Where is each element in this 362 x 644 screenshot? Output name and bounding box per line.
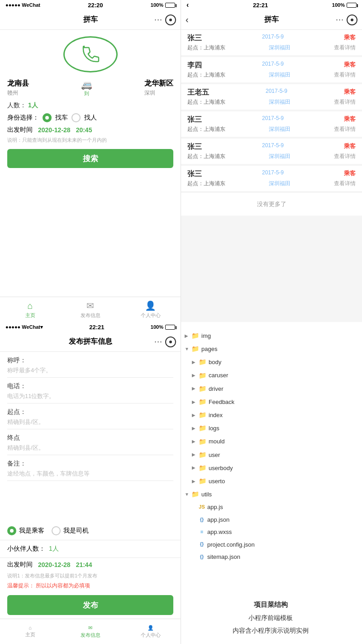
- publish-button[interactable]: 发布: [7, 595, 173, 615]
- folder-item[interactable]: ▶📁mould: [185, 435, 357, 448]
- ride-card[interactable]: 张三 2017-5-9 乘客 起点：上海浦东 深圳福田 查看详情: [181, 166, 362, 191]
- ride-list: 张三 2017-5-9 乘客 起点：上海浦东 深圳福田 查看详情 李四 2017…: [181, 30, 362, 322]
- back-button[interactable]: ‹: [186, 14, 189, 25]
- signal-label-bl: ●●●●● WeChat▾: [5, 324, 43, 330]
- folder-arrow-icon: ▶: [192, 384, 196, 393]
- file-item: {}project.config.json: [185, 538, 357, 551]
- ride-role: 乘客: [344, 115, 356, 123]
- companions-row: 小伙伴人数： 1人: [0, 540, 181, 558]
- back-arrow-status: ‹: [186, 1, 189, 9]
- nav-bar-bottom-left: 发布拼车信息 ···: [0, 332, 181, 352]
- ride-card[interactable]: 张三 2017-5-9 乘客 起点：上海浦东 深圳福田 查看详情: [181, 30, 362, 55]
- folder-label: caruser: [209, 370, 228, 380]
- folder-label: userbody: [209, 463, 233, 473]
- folder-item[interactable]: ▼📁pages: [185, 342, 357, 356]
- folder-item[interactable]: ▶📁caruser: [185, 369, 357, 382]
- ride-card[interactable]: 李四 2017-5-9 乘客 起点：上海浦东 深圳福田 查看详情: [181, 57, 362, 82]
- ride-dest: 深圳福田: [269, 180, 291, 187]
- more-icon-bl[interactable]: ···: [154, 337, 162, 346]
- folder-item[interactable]: ▶📁driver: [185, 382, 357, 395]
- ride-origin: 起点：上海浦东: [187, 180, 225, 187]
- folder-item[interactable]: ▶📁userto: [185, 475, 357, 488]
- ride-date: 2017-5-9: [266, 88, 287, 94]
- status-bar-right: ‹ 22:21 100%: [181, 0, 362, 10]
- folder-arrow-icon: ▶: [192, 411, 196, 419]
- radio-find-car[interactable]: [43, 113, 52, 122]
- folder-item[interactable]: ▶📁userbody: [185, 461, 357, 475]
- folder-item[interactable]: ▶📁img: [185, 329, 357, 342]
- ride-detail-link[interactable]: 查看详情: [334, 125, 356, 133]
- folder-arrow-icon: ▼: [185, 490, 189, 499]
- folder-icon: 📁: [199, 383, 206, 394]
- folder-icon: 📁: [199, 423, 206, 434]
- folder-label: utils: [201, 489, 212, 500]
- ride-date: 2017-5-9: [262, 34, 284, 40]
- ride-card[interactable]: 张三 2017-5-9 乘客 起点：上海浦东 深圳福田 查看详情: [181, 139, 362, 164]
- target-icon-left[interactable]: [165, 14, 176, 25]
- ride-name: 张三: [187, 34, 202, 43]
- file-tree-panel: ▶📁img▼📁pages▶📁body▶📁caruser▶📁driver▶📁Fee…: [181, 322, 362, 644]
- file-type-icon: ≡: [199, 528, 205, 537]
- folder-icon: 📁: [199, 462, 206, 474]
- tab-home-left[interactable]: ⌂ 主页: [0, 297, 60, 322]
- ride-name: 张三: [187, 115, 202, 125]
- folder-item[interactable]: ▶📁logs: [185, 422, 357, 435]
- ride-dest: 深圳福田: [269, 153, 291, 160]
- battery-pct-left: 100%: [151, 2, 163, 8]
- radio-find-person[interactable]: [71, 113, 81, 122]
- tab-bar-left: ⌂ 主页 ✉ 发布信息 👤 个人中心: [0, 297, 181, 322]
- name-field: 称呼： 称呼最多4个字。: [7, 352, 173, 378]
- home-icon-bl: ⌂: [29, 625, 32, 630]
- folder-arrow-icon: ▶: [192, 424, 196, 433]
- ride-detail-link[interactable]: 查看详情: [334, 180, 356, 187]
- nav-bar-left: 拼车 ···: [0, 10, 181, 30]
- remark-field: 备注： 途经地点，车颜色，车牌信息等: [7, 455, 173, 481]
- ride-card[interactable]: 张三 2017-5-9 乘客 起点：上海浦东 深圳福田 查看详情: [181, 111, 362, 137]
- ride-detail-link[interactable]: 查看详情: [334, 153, 356, 160]
- folder-arrow-icon: ▶: [192, 358, 196, 366]
- folder-item[interactable]: ▶📁index: [185, 409, 357, 422]
- battery-icon-right: [347, 3, 357, 8]
- file-item: {}app.json: [185, 514, 357, 526]
- more-icon-left[interactable]: ···: [154, 15, 162, 24]
- target-icon-bl[interactable]: [165, 336, 176, 347]
- tab-home-bl[interactable]: ⌂ 主页: [0, 619, 60, 644]
- ride-name: 张三: [187, 169, 202, 179]
- battery-icon-bl: [165, 325, 175, 330]
- folder-arrow-icon: ▶: [192, 398, 196, 406]
- ride-detail-link[interactable]: 查看详情: [334, 98, 356, 106]
- role-driver[interactable]: 我是司机: [52, 526, 89, 535]
- battery-area-right: 100%: [332, 2, 357, 8]
- file-type-icon: JS: [199, 503, 205, 512]
- tab-profile-left[interactable]: 👤 个人中心: [120, 297, 181, 322]
- folder-item[interactable]: ▼📁utils: [185, 488, 357, 501]
- battery-area-left: 100%: [151, 2, 175, 8]
- ride-date: 2017-5-9: [262, 142, 284, 149]
- ride-detail-link[interactable]: 查看详情: [334, 44, 356, 52]
- folder-arrow-icon: ▼: [185, 345, 189, 353]
- profile-icon-left: 👤: [145, 300, 156, 311]
- nav-bar-right: ‹ 拼车 ···: [181, 10, 362, 30]
- folder-item[interactable]: ▶📁Feedback: [185, 395, 357, 409]
- ride-card[interactable]: 王老五 2017-5-9 乘客 起点：上海浦东 深圳福田 查看详情: [181, 84, 362, 110]
- tab-post-left[interactable]: ✉ 发布信息: [60, 297, 120, 322]
- folder-icon: 📁: [191, 330, 199, 341]
- folder-item[interactable]: ▶📁user: [185, 448, 357, 461]
- ride-dest: 深圳福田: [269, 125, 291, 133]
- folder-item[interactable]: ▶📁body: [185, 356, 357, 369]
- file-label: app.wxss: [207, 527, 232, 537]
- folder-icon: 📁: [199, 409, 206, 421]
- search-button[interactable]: 搜索: [7, 149, 173, 168]
- warm-tip: 温馨提示： 所以以内容都为必填项: [0, 580, 181, 591]
- ride-detail-link[interactable]: 查看详情: [334, 71, 356, 79]
- folder-label: body: [209, 357, 221, 367]
- ride-name: 张三: [187, 142, 202, 152]
- role-passenger[interactable]: 我是乘客: [7, 526, 44, 535]
- ride-list-panel: ‹ 22:21 100% ‹ 拼车 ··· 张三 2017-5-9 乘客 起点：…: [181, 0, 362, 322]
- publish-note: 说明1：发布信息最多可以提前1个月发布: [0, 572, 181, 580]
- tab-post-bl[interactable]: ✉ 发布信息: [60, 619, 120, 644]
- tab-profile-bl[interactable]: 👤 个人中心: [120, 619, 181, 644]
- signal-label-left: ●●●●● WeChat: [5, 2, 40, 8]
- target-icon-right[interactable]: [347, 14, 357, 25]
- more-icon-right[interactable]: ···: [336, 15, 344, 24]
